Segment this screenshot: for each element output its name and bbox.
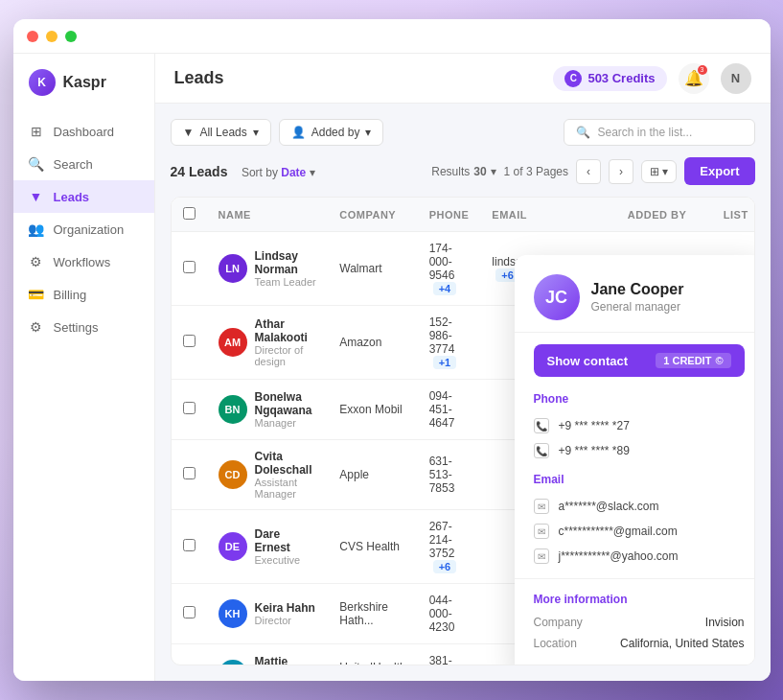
- user-avatar-button[interactable]: N: [721, 63, 751, 94]
- sidebar-item-leads[interactable]: ▼ Leads: [13, 180, 154, 213]
- person-name: Mattie Blooman: [255, 655, 317, 665]
- row-checkbox-cell: [172, 584, 207, 644]
- email-icon-2: ✉: [534, 524, 549, 539]
- name-cell: DE Dare Ernest Executive: [207, 510, 329, 584]
- person-avatar: BN: [219, 395, 247, 424]
- row-checkbox-cell: [172, 306, 207, 380]
- table-controls: 24 Leads Sort by Date ▾ Results 30 ▾ 1 o…: [171, 157, 755, 185]
- location-label: Location: [534, 637, 577, 650]
- view-toggle-button[interactable]: ⊞ ▾: [641, 160, 677, 183]
- billing-icon: 💳: [29, 287, 44, 302]
- sidebar-item-settings[interactable]: ⚙ Settings: [13, 311, 154, 343]
- phone-value-1: +9 *** **** *27: [559, 419, 630, 432]
- row-checkbox[interactable]: [183, 539, 196, 551]
- name-cell: CD Cvita Doleschall Assistant Manager: [207, 440, 329, 510]
- person-avatar: KH: [219, 599, 247, 628]
- credits-badge[interactable]: C 503 Credits: [553, 66, 666, 91]
- select-all-header: [172, 198, 207, 232]
- phone-icon-2: 📞: [534, 443, 549, 458]
- next-page-button[interactable]: ›: [609, 159, 633, 184]
- workflows-icon: ⚙: [29, 254, 44, 269]
- popup-contact-name: Jane Cooper: [591, 281, 684, 298]
- person-info: Keira Hahn Director: [255, 601, 315, 626]
- sidebar-item-organization[interactable]: 👥 Organization: [13, 213, 154, 245]
- email-icon-3: ✉: [534, 548, 549, 564]
- export-button[interactable]: Export: [684, 157, 754, 185]
- person-title: Assistant Manager: [255, 477, 317, 500]
- credits-text: 503 Credits: [587, 71, 655, 85]
- top-header: Leads C 503 Credits 🔔 3 N: [155, 54, 771, 104]
- notifications-button[interactable]: 🔔 3: [679, 63, 709, 94]
- search-box[interactable]: 🔍 Search in the list...: [564, 119, 755, 146]
- popup-contact-role: General manager: [591, 300, 684, 314]
- sort-by-value[interactable]: Date: [281, 166, 306, 179]
- minimize-button[interactable]: [46, 31, 58, 42]
- person-icon: 👤: [291, 126, 306, 139]
- content-area: Leads C 503 Credits 🔔 3 N: [155, 54, 771, 681]
- added-by-header: ADDED BY: [616, 198, 712, 232]
- row-checkbox[interactable]: [183, 467, 196, 479]
- app-window: K Kaspr ⊞ Dashboard 🔍 Search ▼ Leads 👥 O…: [13, 19, 771, 681]
- logo-text: Kaspr: [63, 74, 106, 91]
- table-wrapper: NAME COMPANY PHONE EMAIL ADDED BY LIST: [171, 197, 755, 665]
- sidebar-item-workflows[interactable]: ⚙ Workflows: [13, 245, 154, 278]
- settings-icon: ⚙: [29, 319, 44, 335]
- phone-row-2: 📞 +9 *** **** *89: [515, 438, 755, 463]
- all-leads-filter[interactable]: ▼ All Leads ▾: [171, 119, 271, 146]
- results-select[interactable]: Results 30 ▾: [431, 165, 495, 178]
- organization-icon: 👥: [29, 222, 44, 237]
- row-checkbox-cell: [172, 380, 207, 440]
- phone-cell: 174-000-9546+4: [418, 232, 481, 306]
- row-checkbox[interactable]: [183, 402, 196, 414]
- added-by-filter[interactable]: 👤 Added by ▾: [279, 119, 384, 146]
- select-all-checkbox[interactable]: [183, 207, 196, 220]
- sidebar-item-label: Workflows: [54, 255, 111, 269]
- contact-popup: JC Jane Cooper General manager Show cont…: [515, 255, 755, 665]
- sidebar-item-dashboard[interactable]: ⊞ Dashboard: [13, 115, 154, 148]
- title-bar: [13, 19, 771, 54]
- sidebar-item-billing[interactable]: 💳 Billing: [13, 278, 154, 311]
- phone-value-2: +9 *** **** *89: [559, 444, 630, 457]
- more-info-section: More information Company Invision Locati…: [515, 578, 755, 650]
- person-title: Manager: [255, 417, 317, 429]
- leads-icon: ▼: [29, 189, 44, 204]
- email-header: EMAIL: [480, 198, 616, 232]
- added-by-label: Added by: [311, 126, 360, 139]
- row-checkbox[interactable]: [183, 606, 196, 618]
- row-checkbox[interactable]: [183, 335, 196, 347]
- filter-icon: ▼: [183, 126, 195, 139]
- person-avatar: DE: [219, 532, 247, 561]
- email-value-1: a*******@slack.com: [559, 500, 659, 513]
- phone-cell: 631-513-7853: [418, 440, 481, 510]
- more-info-label: More information: [534, 593, 745, 606]
- dashboard-icon: ⊞: [29, 124, 44, 139]
- person-name: Dare Ernest: [255, 527, 317, 554]
- person-info: Lindsay Norman Team Leader: [255, 249, 317, 288]
- popup-header: JC Jane Cooper General manager: [515, 255, 755, 333]
- person-title: Director of design: [255, 344, 317, 367]
- person-title: Director: [255, 615, 315, 626]
- person-title: Team Leader: [255, 276, 317, 288]
- close-button[interactable]: [27, 31, 38, 42]
- leads-content: ▼ All Leads ▾ 👤 Added by ▾ 🔍 Search in t…: [155, 104, 771, 681]
- person-name: Athar Malakooti: [255, 317, 317, 344]
- maximize-button[interactable]: [65, 31, 77, 42]
- popup-avatar-image: JC: [534, 274, 580, 320]
- credit-icon: ©: [715, 355, 723, 366]
- person-info: Mattie Blooman Coordinator: [255, 655, 317, 665]
- email-row-1: ✉ a*******@slack.com: [515, 494, 755, 519]
- phone-extra-badge: +4: [433, 282, 457, 295]
- header-right: C 503 Credits 🔔 3 N: [553, 63, 750, 94]
- prev-page-button[interactable]: ‹: [576, 159, 601, 184]
- sidebar-item-label: Leads: [54, 190, 90, 204]
- person-title: Executive: [255, 554, 317, 566]
- row-checkbox[interactable]: [183, 261, 196, 273]
- popup-avatar: JC: [534, 274, 580, 320]
- sidebar-item-search[interactable]: 🔍 Search: [13, 148, 154, 180]
- show-contact-button[interactable]: Show contact 1 CREDIT ©: [534, 344, 745, 377]
- email-section-label: Email: [515, 473, 755, 494]
- email-row-2: ✉ c***********@gmail.com: [515, 519, 755, 544]
- company-cell: Amazon: [328, 306, 417, 380]
- company-cell: Walmart: [328, 232, 417, 306]
- company-cell: Exxon Mobil: [328, 380, 417, 440]
